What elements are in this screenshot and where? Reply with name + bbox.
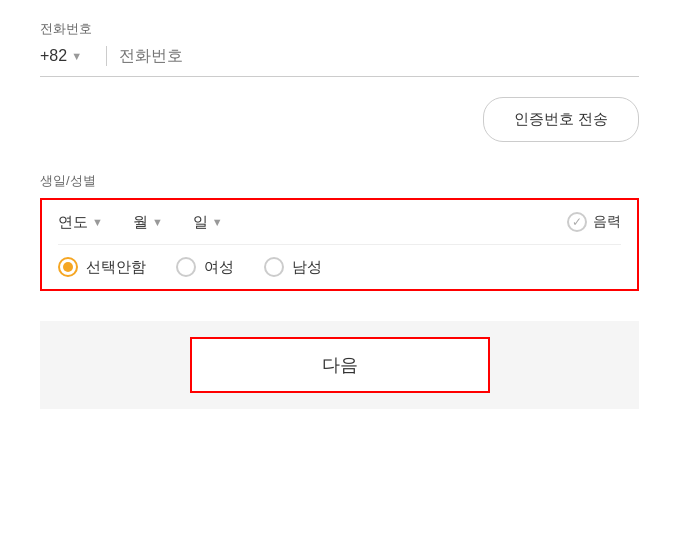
- gender-male-option[interactable]: 남성: [264, 257, 322, 277]
- lunar-checkbox[interactable]: ✓ 음력: [567, 212, 621, 232]
- gender-male-label: 남성: [292, 258, 322, 277]
- phone-input[interactable]: [119, 47, 639, 65]
- check-icon: ✓: [567, 212, 587, 232]
- month-select[interactable]: 월 ▼: [133, 213, 163, 232]
- gender-female-option[interactable]: 여성: [176, 257, 234, 277]
- send-verification-button[interactable]: 인증번호 전송: [483, 97, 639, 142]
- next-button[interactable]: 다음: [190, 337, 490, 393]
- year-select[interactable]: 연도 ▼: [58, 213, 103, 232]
- birthday-box: 연도 ▼ 월 ▼ 일 ▼ ✓ 음력 선택안함: [40, 198, 639, 291]
- phone-row: +82 ▼: [40, 46, 639, 77]
- date-row: 연도 ▼ 월 ▼ 일 ▼ ✓ 음력: [58, 212, 621, 245]
- birthday-section: 생일/성별 연도 ▼ 월 ▼ 일 ▼ ✓ 음력: [40, 172, 639, 291]
- radio-male-icon: [264, 257, 284, 277]
- day-label: 일: [193, 213, 208, 232]
- chevron-down-icon: ▼: [71, 50, 82, 62]
- gender-none-option[interactable]: 선택안함: [58, 257, 146, 277]
- radio-none-icon: [58, 257, 78, 277]
- chevron-down-icon: ▼: [152, 216, 163, 228]
- month-label: 월: [133, 213, 148, 232]
- radio-female-icon: [176, 257, 196, 277]
- lunar-label: 음력: [593, 213, 621, 231]
- send-btn-row: 인증번호 전송: [40, 97, 639, 142]
- birthday-label: 생일/성별: [40, 172, 639, 190]
- chevron-down-icon: ▼: [212, 216, 223, 228]
- vertical-divider: [106, 46, 107, 66]
- phone-section: 전화번호 +82 ▼: [40, 20, 639, 77]
- gender-row: 선택안함 여성 남성: [58, 257, 621, 277]
- day-select[interactable]: 일 ▼: [193, 213, 223, 232]
- date-select-group: 연도 ▼ 월 ▼ 일 ▼: [58, 213, 567, 232]
- bottom-section: 다음: [40, 321, 639, 409]
- gender-female-label: 여성: [204, 258, 234, 277]
- country-code-value: +82: [40, 47, 67, 65]
- year-label: 연도: [58, 213, 88, 232]
- gender-none-label: 선택안함: [86, 258, 146, 277]
- chevron-down-icon: ▼: [92, 216, 103, 228]
- phone-label: 전화번호: [40, 20, 639, 38]
- country-code-selector[interactable]: +82 ▼: [40, 47, 94, 65]
